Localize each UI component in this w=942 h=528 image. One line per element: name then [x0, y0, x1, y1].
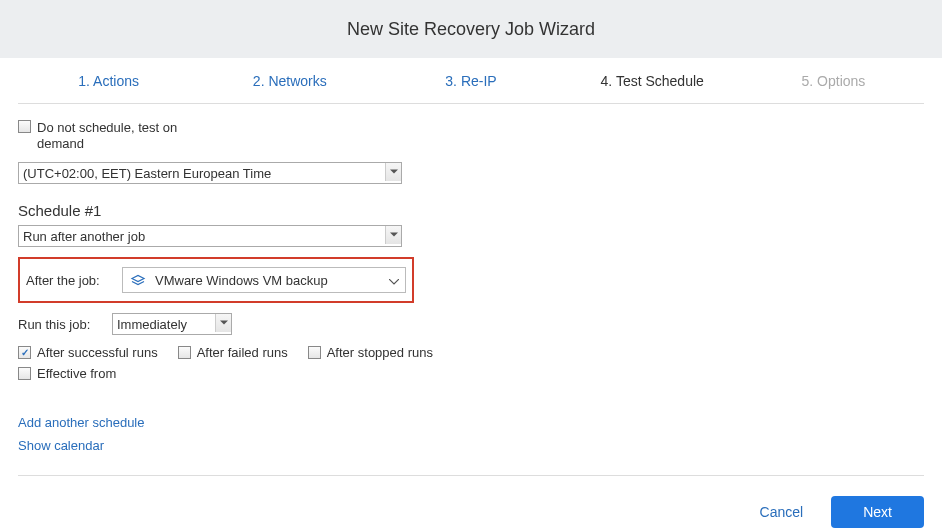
add-schedule-link[interactable]: Add another schedule: [18, 415, 144, 430]
form-body: Do not schedule, test on demand (UTC+02:…: [18, 104, 924, 528]
vmware-job-icon: [129, 271, 147, 289]
cancel-button[interactable]: Cancel: [748, 496, 816, 528]
after-job-value: VMware Windows VM backup: [155, 273, 381, 288]
wizard-footer: Cancel Next: [18, 490, 924, 528]
after-successful-checkbox[interactable]: [18, 346, 31, 359]
wizard-header: New Site Recovery Job Wizard: [0, 0, 942, 58]
after-stopped-label: After stopped runs: [327, 345, 433, 360]
do-not-schedule-label: Do not schedule, test on demand: [37, 120, 207, 152]
after-job-highlight: After the job: VMware Windows VM backup: [18, 257, 414, 303]
after-failed-label: After failed runs: [197, 345, 288, 360]
step-test-schedule[interactable]: 4. Test Schedule: [562, 73, 743, 89]
step-options: 5. Options: [743, 73, 924, 89]
after-failed-checkbox[interactable]: [178, 346, 191, 359]
schedule-mode-value: Run after another job: [23, 229, 397, 244]
timezone-select[interactable]: (UTC+02:00, EET) Eastern European Time: [18, 162, 402, 184]
next-button[interactable]: Next: [831, 496, 924, 528]
after-job-select[interactable]: VMware Windows VM backup: [122, 267, 406, 293]
after-stopped-checkbox[interactable]: [308, 346, 321, 359]
chevron-down-icon: [385, 163, 401, 181]
wizard-steps: 1. Actions 2. Networks 3. Re-IP 4. Test …: [18, 58, 924, 104]
after-job-label: After the job:: [26, 273, 106, 288]
chevron-down-icon: [389, 273, 399, 288]
schedule-mode-select[interactable]: Run after another job: [18, 225, 402, 247]
chevron-down-icon: [215, 314, 231, 332]
timezone-value: (UTC+02:00, EET) Eastern European Time: [23, 166, 397, 181]
wizard-title: New Site Recovery Job Wizard: [347, 19, 595, 40]
effective-from-checkbox[interactable]: [18, 367, 31, 380]
divider: [18, 475, 924, 476]
run-this-select[interactable]: Immediately: [112, 313, 232, 335]
step-networks[interactable]: 2. Networks: [199, 73, 380, 89]
after-successful-label: After successful runs: [37, 345, 158, 360]
run-this-value: Immediately: [117, 317, 227, 332]
effective-from-label: Effective from: [37, 366, 116, 381]
run-this-label: Run this job:: [18, 317, 98, 332]
step-reip[interactable]: 3. Re-IP: [380, 73, 561, 89]
show-calendar-link[interactable]: Show calendar: [18, 438, 104, 453]
do-not-schedule-checkbox[interactable]: [18, 120, 31, 133]
step-actions[interactable]: 1. Actions: [18, 73, 199, 89]
chevron-down-icon: [385, 226, 401, 244]
schedule-title: Schedule #1: [18, 202, 924, 219]
